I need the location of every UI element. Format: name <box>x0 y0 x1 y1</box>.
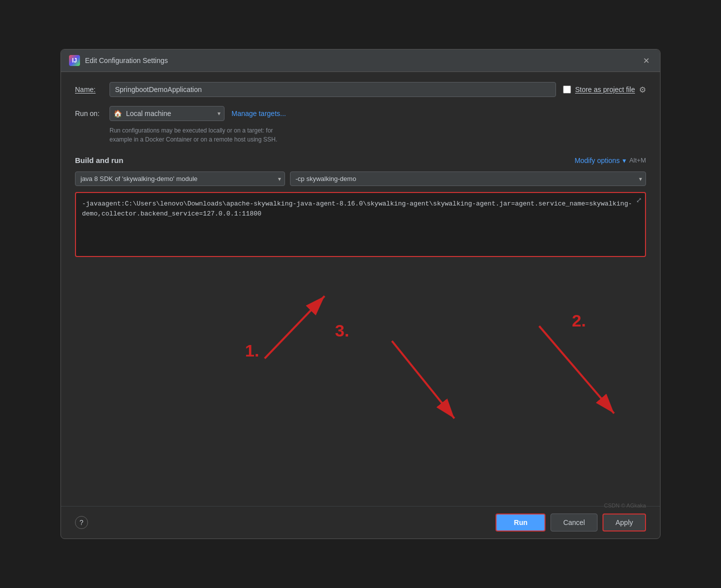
runon-description: Run configurations may be executed local… <box>110 126 646 144</box>
gear-icon[interactable]: ⚙ <box>639 85 646 94</box>
chevron-down-icon: ▾ <box>622 156 626 164</box>
store-project-container: Store as project file ⚙ <box>563 85 646 94</box>
footer: ? Run Cancel Apply <box>61 506 660 538</box>
footer-actions: Run Cancel Apply <box>496 514 646 532</box>
title-bar: IJ Edit Configuration Settings ✕ <box>61 50 660 72</box>
vm-options-textarea[interactable]: -javaagent:C:\Users\lenovo\Downloads\apa… <box>75 192 646 257</box>
svg-line-3 <box>392 341 454 418</box>
edit-configuration-dialog: IJ Edit Configuration Settings ✕ Name: S… <box>60 49 660 539</box>
cancel-button[interactable]: Cancel <box>550 514 598 532</box>
runon-row: Run on: 🏠 Local machine ▾ Manage targets… <box>75 106 646 121</box>
modify-options-link[interactable]: Modify options ▾ <box>574 156 626 164</box>
build-run-section-header: Build and run Modify options ▾ Alt+M <box>75 156 646 164</box>
manage-targets-link[interactable]: Manage targets... <box>232 110 286 118</box>
sdk-select[interactable]: java 8 SDK of 'skywalking-demo' module <box>75 172 285 186</box>
dialog-content: Name: Store as project file ⚙ Run on: 🏠 … <box>61 72 660 506</box>
sdk-row: java 8 SDK of 'skywalking-demo' module ▾… <box>75 172 646 186</box>
cp-select[interactable]: -cp skywalking-demo <box>290 172 646 186</box>
cp-select-wrapper: -cp skywalking-demo ▾ <box>290 172 646 186</box>
sdk-select-wrapper: java 8 SDK of 'skywalking-demo' module ▾ <box>75 172 285 186</box>
name-input[interactable] <box>110 82 556 97</box>
dialog-title: Edit Configuration Settings <box>85 56 168 64</box>
svg-line-2 <box>539 326 614 414</box>
name-row: Name: Store as project file ⚙ <box>75 82 646 97</box>
annotation-label-2: 2. <box>572 311 586 330</box>
runon-select-wrapper: 🏠 Local machine ▾ <box>110 106 224 121</box>
annotation-label-3: 3. <box>335 321 349 340</box>
modify-options-container: Modify options ▾ Alt+M <box>574 156 646 164</box>
runon-label: Run on: <box>75 110 102 118</box>
svg-line-1 <box>264 296 324 358</box>
store-project-label: Store as project file <box>575 86 635 94</box>
name-label: Name: <box>75 86 102 94</box>
close-button[interactable]: ✕ <box>640 54 652 66</box>
runon-select[interactable]: Local machine <box>110 106 224 121</box>
help-button[interactable]: ? <box>75 516 88 529</box>
expand-icon[interactable]: ⤢ <box>636 196 642 204</box>
annotation-label-1: 1. <box>245 341 259 360</box>
annotation-arrows-svg <box>75 271 646 441</box>
build-run-title: Build and run <box>75 156 124 164</box>
run-button[interactable]: Run <box>496 514 546 532</box>
watermark: CSDN © AGkaka <box>604 502 646 508</box>
annotations-area: 1. 2. 3. <box>75 271 646 441</box>
store-project-checkbox[interactable] <box>563 86 571 94</box>
vm-options-area: -javaagent:C:\Users\lenovo\Downloads\apa… <box>75 192 646 259</box>
apply-button[interactable]: Apply <box>602 514 646 532</box>
alt-m-hint: Alt+M <box>629 156 646 164</box>
app-icon: IJ <box>69 55 80 66</box>
title-bar-left: IJ Edit Configuration Settings <box>69 55 168 66</box>
